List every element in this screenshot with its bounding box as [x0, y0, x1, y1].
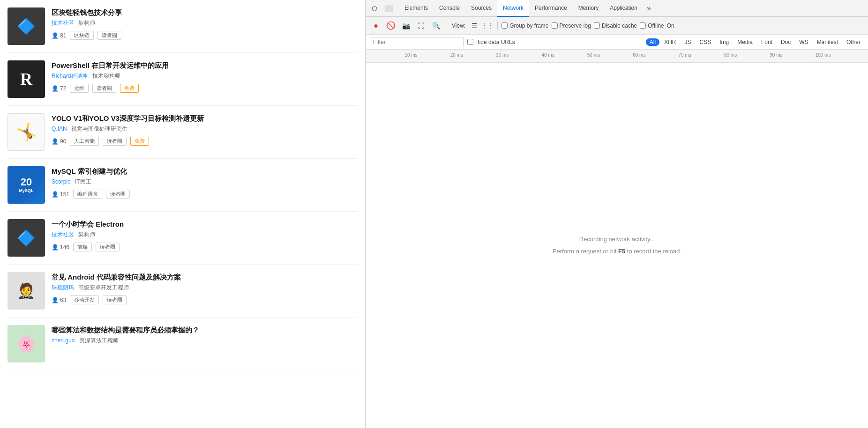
course-title: 一个小时学会 Electron: [52, 219, 358, 229]
timeline-tick: 40 ms: [541, 52, 554, 58]
disable-cache-checkbox[interactable]: Disable cache: [594, 22, 637, 29]
course-title: MySQL 索引创建与优化: [52, 166, 358, 176]
recording-text: Recording network activity...: [579, 233, 655, 245]
filter-type-font[interactable]: Font: [757, 38, 776, 46]
network-toolbar: ● 🚫 📷 ⛶ 🔍 View: ☰ ⋮⋮ Group by frame Pres…: [366, 17, 868, 35]
filter-type-all[interactable]: All: [646, 38, 659, 46]
course-meta: 👤 63 移动开发读者圈: [52, 295, 358, 304]
filter-button[interactable]: ⛶: [415, 20, 427, 32]
course-author: Q.IAN 视觉与图像处理研究生: [52, 125, 358, 133]
course-title: YOLO V1和YOLO V3深度学习目标检测补遗更新: [52, 113, 358, 123]
capture-screenshots-button[interactable]: 📷: [400, 20, 412, 32]
filter-type-other[interactable]: Other: [843, 38, 864, 46]
author-name[interactable]: Q.IAN: [52, 125, 67, 132]
timeline-tick: 60 ms: [633, 52, 645, 58]
filter-type-doc[interactable]: Doc: [777, 38, 794, 46]
timeline-tick: 80 ms: [724, 52, 737, 58]
preserve-log-checkbox[interactable]: Preserve log: [552, 22, 591, 29]
list-item[interactable]: 🔷 一个小时学会 Electron 技术社区 架构师 👤 146 前端读者圈: [7, 212, 358, 265]
group-by-frame-input[interactable]: [501, 22, 508, 29]
preserve-log-input[interactable]: [552, 22, 558, 29]
course-tag: 免费: [120, 84, 139, 93]
course-tag: 读者圈: [97, 31, 121, 40]
course-meta: 👤 90 人工智能读者圈免费: [52, 137, 358, 146]
author-title: 架构师: [78, 20, 95, 26]
list-item[interactable]: 🤵 常见 Android 代码兼容性问题及解决方案 珠穗朗玛 高级安卓开发工程师…: [7, 265, 358, 317]
f5-key: F5: [618, 248, 625, 255]
list-item[interactable]: 🤸 YOLO V1和YOLO V3深度学习目标检测补遗更新 Q.IAN 视觉与图…: [7, 106, 358, 159]
filter-type-js[interactable]: JS: [681, 38, 695, 46]
person-icon: 👤: [52, 191, 59, 198]
hide-data-urls-input[interactable]: [467, 39, 473, 45]
filter-bar: Hide data URLs AllXHRJSCSSImgMediaFontDo…: [366, 35, 868, 50]
device-toolbar-button[interactable]: ⬜: [382, 2, 395, 15]
course-tag: 读者圈: [106, 190, 130, 199]
course-info: YOLO V1和YOLO V3深度学习目标检测补遗更新 Q.IAN 视觉与图像处…: [52, 113, 358, 146]
devtools-more-button[interactable]: »: [643, 0, 655, 17]
filter-input[interactable]: [370, 37, 464, 47]
course-author: Scorpio IT民工: [52, 178, 358, 186]
filter-type-media[interactable]: Media: [733, 38, 756, 46]
tab-network[interactable]: Network: [497, 0, 529, 17]
timeline-tick: 100 ms: [816, 52, 831, 58]
preserve-log-label: Preserve log: [560, 22, 591, 29]
search-button[interactable]: 🔍: [430, 20, 442, 32]
devtools-tabs-list: ElementsConsoleSourcesNetworkPerformance…: [399, 0, 643, 17]
tab-elements[interactable]: Elements: [399, 0, 434, 17]
course-author: 珠穗朗玛 高级安卓开发工程师: [52, 284, 358, 292]
course-thumbnail: 🌸: [7, 325, 45, 362]
author-title: 技术架构师: [92, 73, 120, 79]
list-item[interactable]: 🌸 哪些算法和数据结构是需要程序员必须掌握的？ zhen.guo 资深算法工程师: [7, 317, 358, 370]
group-by-frame-checkbox[interactable]: Group by frame: [501, 22, 548, 29]
list-item[interactable]: R PowerShell 在日常开发运维中的应用 Richard崔驰坤 技术架构…: [7, 53, 358, 106]
timeline-tick: 70 ms: [679, 52, 691, 58]
tab-memory[interactable]: Memory: [573, 0, 604, 17]
author-name[interactable]: 珠穗朗玛: [52, 284, 74, 291]
filter-type-xhr[interactable]: XHR: [660, 38, 680, 46]
course-thumbnail: 🔷: [7, 7, 45, 45]
tab-performance[interactable]: Performance: [529, 0, 573, 17]
course-tag: 读者圈: [96, 243, 120, 251]
filter-type-ws[interactable]: WS: [795, 38, 812, 46]
course-info: 常见 Android 代码兼容性问题及解决方案 珠穗朗玛 高级安卓开发工程师 👤…: [52, 272, 358, 304]
course-tag: 读者圈: [103, 137, 127, 146]
list-item[interactable]: 20MySQL MySQL 索引创建与优化 Scorpio IT民工 👤 151…: [7, 159, 358, 212]
course-author: 技术社区 架构师: [52, 231, 358, 239]
list-view-button[interactable]: ☰: [468, 20, 480, 32]
author-name[interactable]: Scorpio: [52, 178, 71, 185]
course-title: 常见 Android 代码兼容性问题及解决方案: [52, 272, 358, 282]
list-item[interactable]: 🔷 区块链轻钱包技术分享 技术社区 架构师 👤 81 区块链读者圈: [7, 0, 358, 53]
view-icons: ☰ ⋮⋮: [468, 20, 494, 32]
author-title: 资深算法工程师: [79, 337, 119, 344]
tab-application[interactable]: Application: [604, 0, 643, 17]
course-tag: 人工智能: [70, 137, 99, 146]
filter-type-img[interactable]: Img: [716, 38, 733, 46]
tab-console[interactable]: Console: [434, 0, 465, 17]
author-name[interactable]: 技术社区: [52, 231, 74, 238]
toolbar-divider-2: [497, 21, 498, 30]
timeline-tick: 90 ms: [770, 52, 782, 58]
offline-checkbox[interactable]: Offline: [640, 22, 664, 29]
author-name[interactable]: zhen.guo: [52, 337, 75, 344]
person-icon: 👤: [52, 85, 59, 92]
hide-data-urls-checkbox[interactable]: Hide data URLs: [467, 39, 515, 45]
author-name[interactable]: 技术社区: [52, 20, 74, 26]
filter-type-manifest[interactable]: Manifest: [813, 38, 842, 46]
record-button[interactable]: ●: [370, 20, 382, 32]
group-view-button[interactable]: ⋮⋮: [481, 20, 494, 32]
course-tag: 区块链: [70, 31, 94, 40]
course-count: 👤 151: [52, 191, 69, 198]
course-meta: 👤 151 编程语言读者圈: [52, 190, 358, 199]
devtools-panel: ⬡ ⬜ ElementsConsoleSourcesNetworkPerform…: [366, 0, 868, 428]
clear-button[interactable]: 🚫: [385, 20, 397, 32]
timeline-header: 10 ms20 ms30 ms40 ms50 ms60 ms70 ms80 ms…: [366, 50, 868, 63]
course-thumbnail: R: [7, 60, 45, 98]
offline-input[interactable]: [640, 22, 646, 29]
tab-sources[interactable]: Sources: [465, 0, 497, 17]
filter-type-css[interactable]: CSS: [696, 38, 715, 46]
author-title: 视觉与图像处理研究生: [71, 125, 127, 132]
disable-cache-input[interactable]: [594, 22, 600, 29]
course-meta: 👤 81 区块链读者圈: [52, 31, 358, 40]
author-name[interactable]: Richard崔驰坤: [52, 73, 88, 79]
inspect-element-button[interactable]: ⬡: [368, 2, 381, 15]
